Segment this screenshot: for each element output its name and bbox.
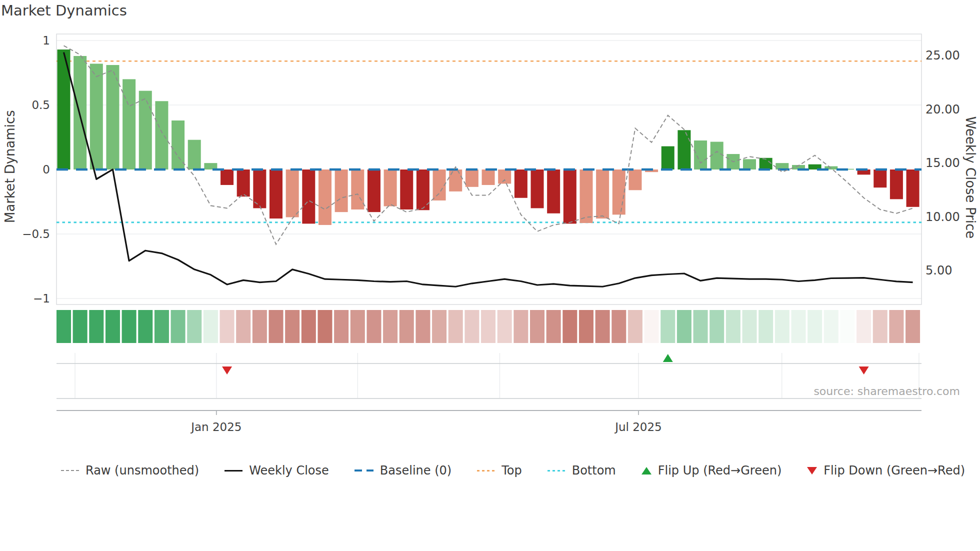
baseline-swatch-icon	[354, 470, 374, 472]
reference-lines	[56, 61, 922, 222]
heatmap-cell	[596, 310, 610, 343]
heatmap-cell	[187, 310, 202, 343]
oscillator-bar	[351, 170, 364, 210]
heatmap-cell	[416, 310, 430, 343]
legend-item-bottom: Bottom	[548, 464, 616, 478]
heatmap-cell	[138, 310, 152, 343]
legend-item-weekly-close: Weekly Close	[224, 464, 329, 478]
heatmap-cell	[775, 310, 790, 343]
heatmap-strip	[56, 310, 920, 343]
heatmap-cell	[269, 310, 284, 343]
heatmap-cell	[89, 310, 104, 343]
heatmap-cell	[694, 310, 708, 343]
legend-label-bottom: Bottom	[572, 464, 616, 478]
oscillator-bar	[514, 170, 528, 198]
heatmap-cell	[220, 310, 234, 343]
oscillator-bar	[547, 170, 560, 214]
heatmap-cell	[628, 310, 642, 343]
weekly-close-swatch-icon	[224, 470, 242, 472]
legend-item-flip-down: Flip Down (Green→Red)	[807, 464, 965, 478]
heatmap-cell	[318, 310, 332, 343]
heatmap-cell	[677, 310, 692, 343]
oscillator-bar	[498, 170, 511, 184]
heatmap-cell	[562, 310, 577, 343]
bottom-line-swatch-icon	[548, 470, 566, 472]
oscillator-bar	[564, 170, 576, 224]
legend-label-flip-up: Flip Up (Red→Green)	[658, 464, 782, 478]
oscillator-bar	[596, 170, 609, 218]
legend: Raw (unsmoothed) Weekly Close Baseline (…	[0, 462, 980, 479]
flip-down-marker	[859, 366, 869, 374]
heatmap-cell	[400, 310, 414, 343]
oscillator-bar	[694, 140, 707, 170]
oscillator-bar	[612, 170, 626, 214]
heatmap-cell	[285, 310, 300, 343]
heatmap-cell	[660, 310, 675, 343]
heatmap-cell	[464, 310, 479, 343]
tick-label: 20.00	[926, 102, 960, 116]
heatmap-cell	[726, 310, 740, 343]
tick-label: −1	[33, 292, 50, 305]
oscillator-bar	[710, 142, 724, 170]
oscillator-bar	[237, 170, 250, 196]
legend-label-raw: Raw (unsmoothed)	[86, 464, 199, 478]
tick-label: Jul 2025	[614, 420, 662, 434]
legend-item-top: Top	[477, 464, 522, 478]
heatmap-cell	[758, 310, 773, 343]
oscillator-bar	[449, 170, 462, 192]
flip-markers	[222, 354, 869, 374]
heatmap-cell	[530, 310, 544, 343]
tick-label: 15.00	[926, 156, 960, 170]
oscillator-bar	[433, 170, 446, 200]
heatmap-cell	[236, 310, 250, 343]
heatmap-cell	[154, 310, 169, 343]
raw-line-swatch-icon	[61, 470, 79, 471]
heatmap-cell	[742, 310, 757, 343]
heatmap-cell	[106, 310, 120, 343]
tick-label: 0	[42, 163, 50, 176]
oscillator-bar	[384, 170, 397, 206]
tick-label: Jan 2025	[190, 420, 242, 434]
legend-label-top: Top	[502, 464, 522, 478]
heatmap-cell	[856, 310, 871, 343]
tick-label: 10.00	[926, 210, 960, 224]
oscillator-bar	[580, 170, 592, 223]
oscillator-bar	[318, 170, 332, 225]
heatmap-cell	[56, 310, 71, 343]
oscillator-bar	[188, 140, 201, 170]
heatmap-cell	[252, 310, 267, 343]
heatmap-cell	[579, 310, 594, 343]
tick-label: 5.00	[926, 264, 952, 278]
oscillator-bar	[220, 170, 234, 185]
legend-label-flip-down: Flip Down (Green→Red)	[824, 464, 965, 478]
oscillator-bar	[286, 170, 299, 217]
heatmap-cell	[546, 310, 561, 343]
flip-up-marker	[663, 354, 673, 362]
heatmap-cell	[644, 310, 659, 343]
source-note: source: sharemaestro.com	[814, 385, 960, 398]
heatmap-cell	[710, 310, 724, 343]
oscillator-bar	[335, 170, 348, 212]
oscillator-bar	[678, 130, 690, 170]
heatmap-cell	[808, 310, 822, 343]
heatmap-cell	[873, 310, 888, 343]
oscillator-bar	[302, 170, 315, 224]
tick-label: 1	[42, 34, 50, 47]
heatmap-cell	[334, 310, 348, 343]
marker-axes	[56, 353, 922, 410]
top-line-swatch-icon	[477, 470, 495, 472]
flip-down-marker	[222, 366, 232, 374]
flip-down-triangle-icon	[807, 467, 817, 474]
oscillator-bars	[58, 50, 920, 225]
legend-item-flip-up: Flip Up (Red→Green)	[642, 464, 782, 478]
oscillator-bar	[628, 170, 642, 190]
oscillator-bar	[482, 170, 495, 185]
heatmap-cell	[612, 310, 626, 343]
heatmap-cell	[448, 310, 463, 343]
heatmap-cell	[824, 310, 838, 343]
heatmap-cell	[514, 310, 528, 343]
heatmap-cell	[498, 310, 512, 343]
oscillator-bar	[906, 170, 920, 207]
oscillator-bar	[874, 170, 886, 188]
tick-label: 0.5	[32, 98, 50, 112]
